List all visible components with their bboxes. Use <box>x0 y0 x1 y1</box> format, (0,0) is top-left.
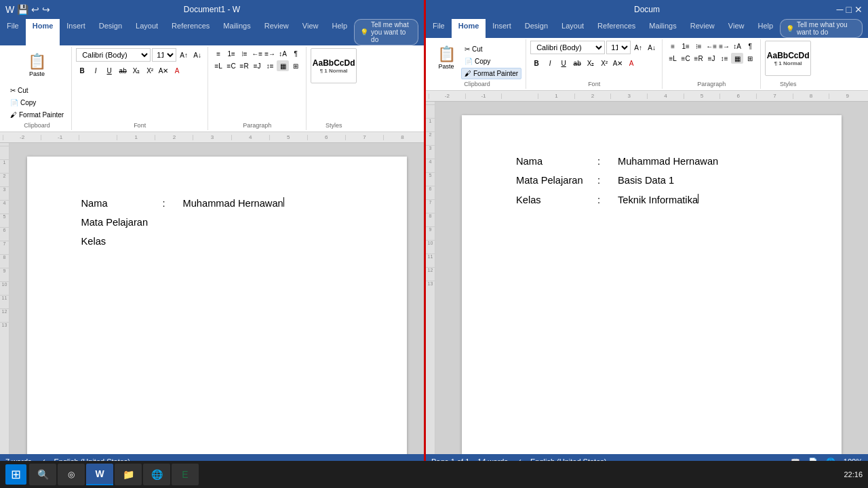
italic-button-right[interactable]: I <box>544 57 556 69</box>
tab-design-right[interactable]: Design <box>518 19 555 38</box>
doc-area-left[interactable]: itkoding itkoding Nama : Muhammad Hernaw… <box>9 143 424 454</box>
line-spacing-right[interactable]: ↕≡ <box>718 53 730 64</box>
bold-button-right[interactable]: B <box>530 57 542 69</box>
minimize-button[interactable]: ─ <box>837 4 844 15</box>
tab-insert-right[interactable]: Insert <box>486 19 518 38</box>
cut-button-right[interactable]: ✂ Cut <box>461 43 521 55</box>
tab-home-right[interactable]: Home <box>452 19 486 38</box>
tab-review-right[interactable]: Review <box>684 19 722 38</box>
clear-format-right[interactable]: A✕ <box>612 57 624 69</box>
tab-mailings-left[interactable]: Mailings <box>216 19 257 45</box>
align-left-button[interactable]: ≡L <box>212 60 224 71</box>
borders-right[interactable]: ⊞ <box>744 53 756 64</box>
increase-font-button-right[interactable]: A↑ <box>632 41 644 54</box>
redo-button[interactable]: ↪ <box>42 4 50 15</box>
tab-references-right[interactable]: References <box>591 19 642 38</box>
decrease-indent-right[interactable]: ←≡ <box>705 41 717 52</box>
ribbon-tabs-right[interactable]: File Home Insert Design Layout Reference… <box>426 19 868 38</box>
document-page-right[interactable]: Nama : Muhammad Hernawan Mata Pelajaran … <box>462 115 842 454</box>
taskbar-word[interactable]: W <box>86 464 113 485</box>
format-painter-button-right[interactable]: 🖌 Format Painter <box>461 68 521 79</box>
align-right-button[interactable]: ≡R <box>238 60 250 71</box>
save-button[interactable]: 💾 <box>17 4 28 15</box>
style-normal-right[interactable]: AaBbCcDd ¶ 1 Normal <box>765 41 811 76</box>
tab-insert-left[interactable]: Insert <box>60 19 92 45</box>
subscript-button-left[interactable]: X₂ <box>130 64 142 77</box>
tab-help-right[interactable]: Help <box>751 19 780 38</box>
justify-right[interactable]: ≡J <box>705 53 717 64</box>
tab-layout-right[interactable]: Layout <box>555 19 591 38</box>
justify-button[interactable]: ≡J <box>251 60 263 71</box>
bullets-button[interactable]: ≡ <box>212 48 224 59</box>
multilevel-button[interactable]: ⁝≡ <box>238 48 250 59</box>
tab-view-left[interactable]: View <box>296 19 326 45</box>
font-color-button[interactable]: A <box>171 64 183 77</box>
increase-indent-right[interactable]: ≡→ <box>718 41 730 52</box>
sort-right[interactable]: ↕A <box>731 41 743 52</box>
bullets-right[interactable]: ≡ <box>667 41 679 52</box>
underline-button-right[interactable]: U <box>557 57 570 69</box>
format-painter-button-left[interactable]: 🖌 Format Painter <box>7 109 67 121</box>
ribbon-tabs-left[interactable]: File Home Insert Design Layout Reference… <box>0 19 424 45</box>
tab-file-right[interactable]: File <box>426 19 452 38</box>
underline-button-left[interactable]: U <box>103 64 115 77</box>
doc-area-right[interactable]: itkoding itkoding Nama : Muhammad Hernaw… <box>435 102 868 454</box>
paste-button-right[interactable]: 📋 Paste <box>433 41 460 76</box>
strikethrough-button-right[interactable]: ab <box>571 57 583 69</box>
show-hide-right[interactable]: ¶ <box>744 41 756 52</box>
maximize-button[interactable]: □ <box>846 4 852 15</box>
font-color-right[interactable]: A <box>625 57 637 69</box>
document-page-left[interactable]: Nama : Muhammad Hernawan Mata Pelajaran … <box>27 157 407 454</box>
subscript-button-right[interactable]: X₂ <box>585 57 597 69</box>
shading-right[interactable]: ▦ <box>731 53 743 64</box>
copy-button-right[interactable]: 📄 Copy <box>461 56 521 67</box>
sort-button[interactable]: ↕A <box>277 48 289 59</box>
superscript-button-right[interactable]: X² <box>598 57 610 69</box>
taskbar-search[interactable]: 🔍 <box>29 464 56 485</box>
numbering-button[interactable]: 1≡ <box>225 48 237 59</box>
taskbar-excel[interactable]: E <box>172 464 199 485</box>
tab-view-right[interactable]: View <box>722 19 751 38</box>
shading-button[interactable]: ▦ <box>277 60 289 71</box>
align-right-right[interactable]: ≡R <box>692 53 705 64</box>
tab-mailings-right[interactable]: Mailings <box>642 19 683 38</box>
tab-home-left[interactable]: Home <box>26 19 60 45</box>
multilevel-right[interactable]: ⁝≡ <box>692 41 705 52</box>
strikethrough-button-left[interactable]: ab <box>117 64 129 77</box>
decrease-font-button-right[interactable]: A↓ <box>646 41 658 54</box>
tab-file-left[interactable]: File <box>0 19 26 45</box>
taskbar-cortana[interactable]: ◎ <box>58 464 85 485</box>
align-left-right[interactable]: ≡L <box>667 53 679 64</box>
tell-me-left[interactable]: 💡 Tell me what you want to do <box>354 19 418 45</box>
cut-button-left[interactable]: ✂ Cut <box>7 85 67 96</box>
line-spacing-button[interactable]: ↕≡ <box>264 60 276 71</box>
decrease-indent-button[interactable]: ←≡ <box>251 48 263 59</box>
align-center-right[interactable]: ≡C <box>679 53 692 64</box>
taskbar-explorer[interactable]: 📁 <box>115 464 142 485</box>
increase-indent-button[interactable]: ≡→ <box>264 48 276 59</box>
align-center-button[interactable]: ≡C <box>225 60 237 71</box>
superscript-button-left[interactable]: X² <box>144 64 156 77</box>
tab-references-left[interactable]: References <box>165 19 216 45</box>
font-family-left[interactable]: Calibri (Body) <box>76 48 151 62</box>
show-hide-button[interactable]: ¶ <box>290 48 302 59</box>
close-button[interactable]: ✕ <box>854 4 863 15</box>
tell-me-right[interactable]: 💡 Tell me what you want to do <box>780 19 863 38</box>
increase-font-button[interactable]: A↑ <box>178 49 190 61</box>
tab-review-left[interactable]: Review <box>258 19 296 45</box>
clear-format-button[interactable]: A✕ <box>157 64 170 77</box>
borders-button[interactable]: ⊞ <box>290 60 302 71</box>
bold-button-left[interactable]: B <box>76 64 88 77</box>
start-button[interactable]: ⊞ <box>5 464 26 485</box>
style-normal-left[interactable]: AaBbCcDd ¶ 1 Normal <box>311 48 357 83</box>
tab-layout-left[interactable]: Layout <box>129 19 165 45</box>
tab-help-left[interactable]: Help <box>325 19 354 45</box>
tab-design-left[interactable]: Design <box>92 19 129 45</box>
undo-button[interactable]: ↩ <box>31 4 39 15</box>
italic-button-left[interactable]: I <box>90 64 102 77</box>
font-size-left[interactable]: 11 <box>152 48 176 62</box>
numbering-right[interactable]: 1≡ <box>679 41 692 52</box>
copy-button-left[interactable]: 📄 Copy <box>7 97 67 108</box>
taskbar-chrome[interactable]: 🌐 <box>143 464 170 485</box>
font-size-right[interactable]: 11 <box>606 41 631 54</box>
